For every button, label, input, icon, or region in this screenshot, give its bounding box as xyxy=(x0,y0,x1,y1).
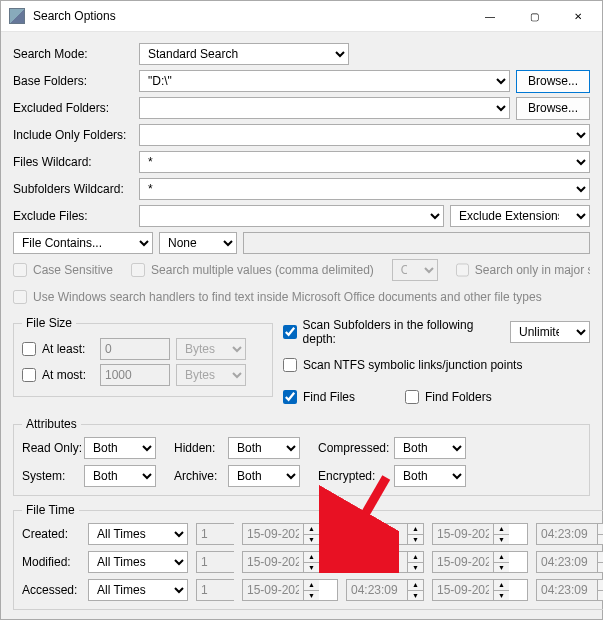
created-date1[interactable]: ▲▼ xyxy=(242,523,338,545)
browse-excluded-button[interactable]: Browse... xyxy=(516,97,590,120)
created-date2[interactable]: ▲▼ xyxy=(432,523,528,545)
readonly-select[interactable]: Both xyxy=(84,437,156,459)
include-only-label: Include Only Folders: xyxy=(13,128,133,142)
minimize-button[interactable]: — xyxy=(468,1,512,31)
include-only-combo[interactable] xyxy=(139,124,590,146)
created-time1[interactable]: ▲▼ xyxy=(346,523,424,545)
modified-count[interactable]: ▲▼ xyxy=(196,551,234,573)
maximize-button[interactable]: ▢ xyxy=(512,1,556,31)
modified-mode[interactable]: All Times xyxy=(88,551,188,573)
modified-label: Modified: xyxy=(22,555,88,569)
modified-time2[interactable]: ▲▼ xyxy=(536,551,603,573)
multi-values-check[interactable]: Search multiple values (comma delimited) xyxy=(131,263,374,277)
modified-date1[interactable]: ▲▼ xyxy=(242,551,338,573)
archive-label: Archive: xyxy=(174,469,228,483)
file-contains-select[interactable]: File Contains... xyxy=(13,232,153,254)
readonly-label: Read Only: xyxy=(22,441,84,455)
files-wildcard-combo[interactable]: * xyxy=(139,151,590,173)
encrypted-select[interactable]: Both xyxy=(394,465,466,487)
exclude-files-label: Exclude Files: xyxy=(13,209,133,223)
accessed-date1[interactable]: ▲▼ xyxy=(242,579,338,601)
search-mode-select[interactable]: Standard Search xyxy=(139,43,349,65)
find-folders-check[interactable]: Find Folders xyxy=(405,390,492,404)
app-icon xyxy=(9,8,25,24)
system-select[interactable]: Both xyxy=(84,465,156,487)
scan-subfolders-check[interactable]: Scan Subfolders in the following depth: xyxy=(283,318,504,346)
at-least-check[interactable]: At least: xyxy=(22,342,94,356)
base-folders-label: Base Folders: xyxy=(13,74,133,88)
accessed-date2[interactable]: ▲▼ xyxy=(432,579,528,601)
hidden-label: Hidden: xyxy=(174,441,228,455)
case-sensitive-check[interactable]: Case Sensitive xyxy=(13,263,113,277)
file-time-legend: File Time xyxy=(22,503,79,517)
excluded-folders-combo[interactable] xyxy=(139,97,510,119)
modified-time1[interactable]: ▲▼ xyxy=(346,551,424,573)
system-label: System: xyxy=(22,469,84,483)
or-select: Or xyxy=(392,259,438,281)
hidden-select[interactable]: Both xyxy=(228,437,300,459)
subfolders-wildcard-label: Subfolders Wildcard: xyxy=(13,182,133,196)
file-size-legend: File Size xyxy=(22,316,76,330)
accessed-count[interactable]: ▲▼ xyxy=(196,579,234,601)
compressed-label: Compressed: xyxy=(318,441,394,455)
contains-text-input xyxy=(243,232,590,254)
excluded-folders-label: Excluded Folders: xyxy=(13,101,133,115)
contains-mode-select[interactable]: None xyxy=(159,232,237,254)
attributes-legend: Attributes xyxy=(22,417,81,431)
exclude-ext-list-select[interactable]: Exclude Extensions List xyxy=(450,205,590,227)
depth-select[interactable]: Unlimited xyxy=(510,321,590,343)
encrypted-label: Encrypted: xyxy=(318,469,394,483)
created-label: Created: xyxy=(22,527,88,541)
at-most-unit: Bytes xyxy=(176,364,246,386)
at-least-unit: Bytes xyxy=(176,338,246,360)
accessed-mode[interactable]: All Times xyxy=(88,579,188,601)
created-time2[interactable]: ▲▼ xyxy=(536,523,603,545)
win-handlers-check[interactable]: Use Windows search handlers to find text… xyxy=(13,290,542,304)
close-window-button[interactable]: ✕ xyxy=(556,1,600,31)
major-streams-check[interactable]: Search only in major stream xyxy=(456,263,590,277)
modified-date2[interactable]: ▲▼ xyxy=(432,551,528,573)
accessed-time1[interactable]: ▲▼ xyxy=(346,579,424,601)
browse-base-button[interactable]: Browse... xyxy=(516,70,590,93)
subfolders-wildcard-combo[interactable]: * xyxy=(139,178,590,200)
created-mode[interactable]: All Times xyxy=(88,523,188,545)
search-mode-label: Search Mode: xyxy=(13,47,133,61)
find-files-check[interactable]: Find Files xyxy=(283,390,355,404)
files-wildcard-label: Files Wildcard: xyxy=(13,155,133,169)
base-folders-combo[interactable]: "D:\" xyxy=(139,70,510,92)
created-count[interactable]: ▲▼ xyxy=(196,523,234,545)
compressed-select[interactable]: Both xyxy=(394,437,466,459)
at-most-input xyxy=(100,364,170,386)
exclude-files-combo[interactable] xyxy=(139,205,444,227)
window-title: Search Options xyxy=(33,9,468,23)
at-least-input xyxy=(100,338,170,360)
at-most-check[interactable]: At most: xyxy=(22,368,94,382)
accessed-time2[interactable]: ▲▼ xyxy=(536,579,603,601)
scan-ntfs-check[interactable]: Scan NTFS symbolic links/junction points xyxy=(283,358,522,372)
accessed-label: Accessed: xyxy=(22,583,88,597)
archive-select[interactable]: Both xyxy=(228,465,300,487)
